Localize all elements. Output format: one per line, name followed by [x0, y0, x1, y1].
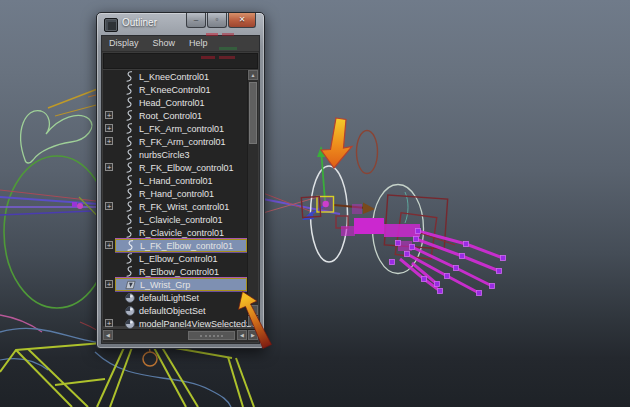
outliner-row[interactable]: +R_FK_Arm_control01	[103, 135, 248, 148]
nurbs-curve-icon	[124, 123, 135, 134]
row-label: R_FK_Arm_control01	[139, 137, 226, 147]
outliner-row[interactable]: R_Clavicle_control01	[103, 226, 248, 239]
arm-bone-wire	[0, 211, 92, 215]
nurbs-curve-icon	[124, 175, 135, 186]
object-set-icon	[124, 292, 135, 303]
expand-toggle[interactable]: +	[105, 280, 113, 288]
vertical-scrollbar[interactable]: ▲ ▲ ▼	[247, 70, 258, 326]
row-label: L_KneeControl01	[139, 72, 209, 82]
outliner-window-icon	[104, 18, 118, 32]
outliner-row[interactable]: +R_FK_Wrist_control01	[103, 200, 248, 213]
elbow-control-circle[interactable]	[311, 166, 348, 262]
orange-control-circle[interactable]	[143, 352, 157, 366]
manipulator-y-axis[interactable]	[322, 155, 326, 201]
brown-control-circle[interactable]	[357, 131, 378, 174]
row-label: defaultLightSet	[139, 293, 199, 303]
row-label: Root_Control01	[139, 111, 202, 121]
outliner-row-selected[interactable]: +L_FK_Elbow_control01	[103, 239, 248, 252]
outliner-row[interactable]: Head_Control01	[103, 96, 248, 109]
outliner-row[interactable]: defaultLightSet	[103, 291, 248, 304]
menu-display[interactable]: Display	[102, 36, 146, 51]
menu-bar: Display Show Help	[102, 36, 259, 52]
row-label: L_Hand_control01	[139, 176, 213, 186]
outliner-row[interactable]: L_Hand_control01	[103, 174, 248, 187]
nurbs-curve-icon	[124, 136, 135, 147]
scroll-left-button-right[interactable]: ◀	[237, 330, 247, 340]
manipulator-x-arrowhead[interactable]	[363, 203, 375, 215]
menu-help[interactable]: Help	[182, 36, 215, 51]
minimize-button[interactable]: –	[186, 13, 206, 28]
scroll-up-button-bottom[interactable]: ▲	[248, 305, 258, 315]
object-set-icon	[124, 305, 135, 316]
paw-control-curve[interactable]	[21, 111, 92, 163]
row-label: Head_Control01	[139, 98, 205, 108]
maximize-button[interactable]: ▫	[207, 13, 227, 28]
row-label: R_FK_Elbow_control01	[139, 163, 234, 173]
expand-toggle[interactable]: +	[105, 202, 113, 210]
nurbs-curve-icon	[124, 84, 135, 95]
outliner-row[interactable]: L_Elbow_Control01	[103, 252, 248, 265]
title-bar[interactable]: Outliner – ▫ ✕	[97, 13, 264, 35]
horizontal-scroll-thumb[interactable]	[188, 331, 235, 340]
viewport-canvas[interactable]	[0, 0, 630, 407]
expand-toggle[interactable]: +	[105, 319, 113, 327]
row-label: L_Wrist_Grp	[140, 280, 190, 290]
nurbs-curve-icon	[124, 214, 135, 225]
scroll-up-button[interactable]: ▲	[248, 70, 258, 80]
expand-toggle[interactable]: +	[105, 111, 113, 119]
object-set-icon	[124, 318, 135, 329]
expand-toggle[interactable]: +	[105, 124, 113, 132]
outliner-row[interactable]: +L_FK_Arm_control01	[103, 122, 248, 135]
thumb-bone	[400, 259, 440, 291]
nurbs-curve-icon	[124, 149, 135, 160]
scroll-down-button[interactable]: ▼	[248, 316, 258, 326]
nurbs-curve-icon	[124, 188, 135, 199]
row-label: L_Elbow_Control01	[139, 254, 218, 264]
outliner-row[interactable]: nurbsCircle3	[103, 148, 248, 161]
manipulator-z-arrowhead[interactable]	[302, 211, 314, 220]
nurbs-curve-icon	[124, 227, 135, 238]
outliner-row[interactable]: L_Clavicle_control01	[103, 213, 248, 226]
outliner-row[interactable]: R_Hand_control01	[103, 187, 248, 200]
window-title: Outliner	[122, 17, 157, 28]
row-label: nurbsCircle3	[139, 150, 190, 160]
row-label: R_Elbow_Control01	[139, 267, 219, 277]
expand-toggle[interactable]: +	[105, 163, 113, 171]
filter-field[interactable]	[103, 53, 258, 69]
row-label: R_FK_Wrist_control01	[139, 202, 229, 212]
outliner-row[interactable]: +R_FK_Elbow_control01	[103, 161, 248, 174]
outliner-client-area: Display Show Help L_KneeControl01 R_Knee…	[101, 35, 260, 344]
annotation-arrow-down-icon	[321, 118, 352, 168]
expand-toggle[interactable]: +	[105, 137, 113, 145]
nurbs-curve-icon	[124, 162, 135, 173]
nurbs-curve-icon	[124, 97, 135, 108]
row-label: R_KneeControl01	[139, 85, 211, 95]
outliner-window[interactable]: Outliner – ▫ ✕ Display Show Help L_KneeC…	[96, 12, 265, 349]
row-label: L_FK_Elbow_control01	[140, 241, 233, 251]
leg-wires	[0, 341, 254, 407]
bone-block	[352, 204, 362, 214]
outliner-row[interactable]: +Root_Control01	[103, 109, 248, 122]
outliner-list: L_KneeControl01 R_KneeControl01 Head_Con…	[103, 70, 258, 326]
row-label: R_Hand_control01	[139, 189, 214, 199]
manipulator-center-point[interactable]	[323, 201, 329, 207]
left-control-circle-green[interactable]	[4, 156, 110, 308]
nurbs-curve-icon	[124, 110, 135, 121]
yellow-wire	[55, 104, 100, 116]
outliner-row[interactable]: L_KneeControl01	[103, 70, 248, 83]
vertical-scroll-thumb[interactable]	[249, 82, 257, 144]
joint	[77, 203, 83, 209]
outliner-row[interactable]: R_Elbow_Control01	[103, 265, 248, 278]
outliner-row[interactable]: defaultObjectSet	[103, 304, 248, 317]
scroll-left-button[interactable]: ◀	[103, 330, 113, 340]
outliner-row[interactable]: R_KneeControl01	[103, 83, 248, 96]
menu-show[interactable]: Show	[146, 36, 183, 51]
outliner-row-selected[interactable]: +L_Wrist_Grp	[103, 278, 248, 291]
close-button[interactable]: ✕	[228, 13, 256, 28]
scroll-right-button[interactable]: ▶	[248, 330, 258, 340]
yellow-wire	[48, 88, 100, 108]
expand-toggle[interactable]: +	[105, 241, 113, 249]
palm-bone-block	[384, 224, 420, 237]
blue-curve	[95, 352, 231, 407]
horizontal-scrollbar[interactable]: ◀ ◀ ▶	[103, 329, 258, 342]
